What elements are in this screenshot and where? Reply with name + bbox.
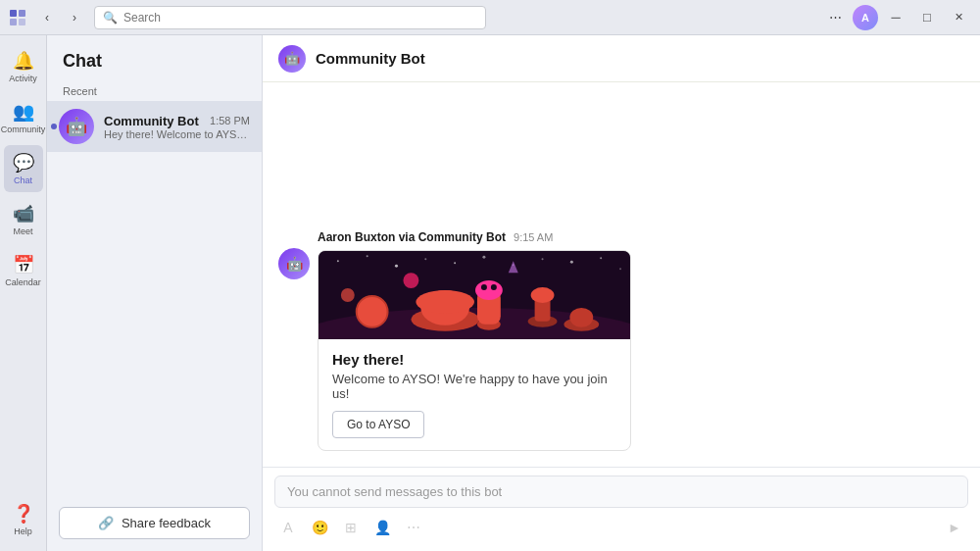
unread-dot bbox=[51, 124, 57, 129]
chat-name-row: Community Bot 1:58 PM bbox=[104, 114, 250, 128]
meet-button: 👤 bbox=[368, 514, 396, 541]
message-time: 9:15 AM bbox=[514, 231, 553, 243]
minimize-button[interactable]: ─ bbox=[882, 6, 909, 29]
back-button[interactable]: ‹ bbox=[35, 6, 59, 29]
nav-item-activity[interactable]: 🔔 Activity bbox=[4, 43, 43, 90]
avatar[interactable]: A bbox=[853, 5, 878, 30]
sidebar-footer: 🔗 Share feedback bbox=[47, 495, 262, 551]
nav-item-meet[interactable]: 📹 Meet bbox=[4, 196, 43, 243]
chat-item-community-bot[interactable]: 🤖 Community Bot 1:58 PM Hey there! Welco… bbox=[47, 101, 262, 152]
help-label: Help bbox=[14, 526, 32, 536]
nav-arrows: ‹ › bbox=[35, 6, 86, 29]
chat-item-preview: Hey there! Welcome to AYSO... bbox=[104, 128, 250, 140]
feedback-label: Share feedback bbox=[122, 516, 211, 530]
left-nav: 🔔 Activity 👥 Community 💬 Chat 📹 Meet 📅 C… bbox=[0, 35, 47, 551]
svg-point-24 bbox=[491, 284, 497, 290]
sidebar: Chat Recent 🤖 Community Bot 1:58 PM Hey … bbox=[47, 35, 263, 551]
attach-button: ⊞ bbox=[337, 514, 365, 541]
more-button[interactable]: ⋯ bbox=[821, 6, 849, 29]
svg-point-34 bbox=[341, 288, 355, 302]
svg-point-8 bbox=[424, 258, 426, 260]
svg-point-7 bbox=[395, 265, 398, 268]
activity-icon: 🔔 bbox=[13, 50, 34, 72]
chat-item-info: Community Bot 1:58 PM Hey there! Welcome… bbox=[104, 114, 250, 140]
bot-icon: 🤖 bbox=[66, 116, 87, 137]
svg-rect-3 bbox=[19, 19, 25, 25]
chat-header: 🤖 Community Bot bbox=[263, 35, 980, 82]
nav-item-chat[interactable]: 💬 Chat bbox=[4, 145, 43, 192]
maximize-button[interactable]: □ bbox=[913, 6, 941, 29]
svg-point-5 bbox=[337, 260, 339, 262]
svg-point-14 bbox=[600, 257, 602, 259]
go-to-ayso-button[interactable]: Go to AYSO bbox=[332, 411, 424, 438]
calendar-icon: 📅 bbox=[13, 254, 34, 276]
meet-label: Meet bbox=[13, 226, 32, 236]
chat-main: 🤖 Community Bot 🤖 Aaron Buxton via Commu… bbox=[263, 35, 980, 551]
title-bar: ‹ › 🔍 ⋯ A ─ □ ✕ bbox=[0, 0, 980, 35]
calendar-label: Calendar bbox=[5, 277, 41, 287]
message-bot-avatar: 🤖 bbox=[278, 248, 310, 279]
svg-rect-0 bbox=[10, 10, 17, 17]
community-label: Community bbox=[1, 125, 46, 134]
bot-avatar-community: 🤖 bbox=[59, 109, 94, 144]
card-text: Welcome to AYSO! We're happy to have you… bbox=[332, 372, 616, 401]
chat-icon: 💬 bbox=[13, 152, 34, 174]
feedback-button[interactable]: 🔗 Share feedback bbox=[59, 507, 250, 539]
nav-item-community[interactable]: 👥 Community bbox=[4, 94, 43, 141]
activity-label: Activity bbox=[9, 74, 37, 83]
svg-point-15 bbox=[619, 268, 621, 270]
message-content: Aaron Buxton via Community Bot 9:15 AM bbox=[318, 230, 964, 451]
more-options-button: ⋯ bbox=[400, 514, 427, 541]
messages-spacer bbox=[278, 98, 964, 223]
chat-input-placeholder: You cannot send messages to this bot bbox=[274, 476, 968, 508]
sidebar-title: Chat bbox=[47, 35, 262, 79]
message-meta: Aaron Buxton via Community Bot 9:15 AM bbox=[318, 230, 964, 244]
chat-label: Chat bbox=[14, 175, 32, 185]
svg-point-23 bbox=[481, 284, 487, 290]
help-icon: ❓ bbox=[13, 503, 34, 525]
chat-item-time: 1:58 PM bbox=[210, 115, 250, 126]
svg-point-6 bbox=[367, 255, 368, 257]
close-button[interactable]: ✕ bbox=[945, 6, 972, 29]
svg-point-9 bbox=[454, 262, 456, 264]
forward-button[interactable]: › bbox=[63, 6, 86, 29]
recent-label: Recent bbox=[47, 79, 262, 101]
window-controls: ⋯ A ─ □ ✕ bbox=[821, 5, 972, 30]
search-input[interactable] bbox=[123, 11, 477, 25]
svg-point-19 bbox=[416, 290, 474, 314]
svg-point-29 bbox=[569, 308, 593, 327]
svg-point-10 bbox=[482, 256, 485, 259]
app-body: 🔔 Activity 👥 Community 💬 Chat 📹 Meet 📅 C… bbox=[0, 35, 980, 551]
svg-point-13 bbox=[570, 261, 573, 264]
svg-rect-2 bbox=[10, 19, 17, 25]
chat-header-name: Community Bot bbox=[316, 50, 425, 67]
card-title: Hey there! bbox=[332, 351, 616, 368]
chat-item-name: Community Bot bbox=[104, 114, 199, 128]
svg-point-32 bbox=[403, 273, 418, 288]
card-image bbox=[318, 251, 630, 339]
format-button: A bbox=[274, 514, 302, 541]
search-bar[interactable]: 🔍 bbox=[94, 6, 486, 29]
message-sender: Aaron Buxton via Community Bot bbox=[318, 230, 506, 244]
svg-point-27 bbox=[531, 287, 555, 303]
nav-item-help[interactable]: ❓ Help bbox=[4, 496, 43, 543]
chat-input-area: You cannot send messages to this bot A 🙂… bbox=[263, 467, 980, 551]
search-icon: 🔍 bbox=[103, 11, 118, 25]
feedback-icon: 🔗 bbox=[98, 516, 114, 530]
send-button: ► bbox=[941, 514, 968, 541]
nav-item-calendar[interactable]: 📅 Calendar bbox=[4, 247, 43, 294]
message-card: Hey there! Welcome to AYSO! We're happy … bbox=[318, 250, 631, 451]
meet-icon: 📹 bbox=[13, 203, 34, 225]
community-icon: 👥 bbox=[13, 101, 34, 123]
card-body: Hey there! Welcome to AYSO! We're happy … bbox=[318, 339, 630, 450]
app-logo bbox=[8, 8, 27, 27]
svg-point-12 bbox=[542, 258, 544, 260]
message-group: 🤖 Aaron Buxton via Community Bot 9:15 AM bbox=[278, 230, 964, 451]
chat-toolbar: A 🙂 ⊞ 👤 ⋯ ► bbox=[274, 512, 968, 543]
svg-rect-1 bbox=[19, 10, 25, 17]
chat-messages: 🤖 Aaron Buxton via Community Bot 9:15 AM bbox=[263, 82, 980, 467]
chat-header-avatar: 🤖 bbox=[278, 45, 306, 73]
emoji-button: 🙂 bbox=[306, 514, 333, 541]
svg-point-22 bbox=[475, 280, 503, 300]
